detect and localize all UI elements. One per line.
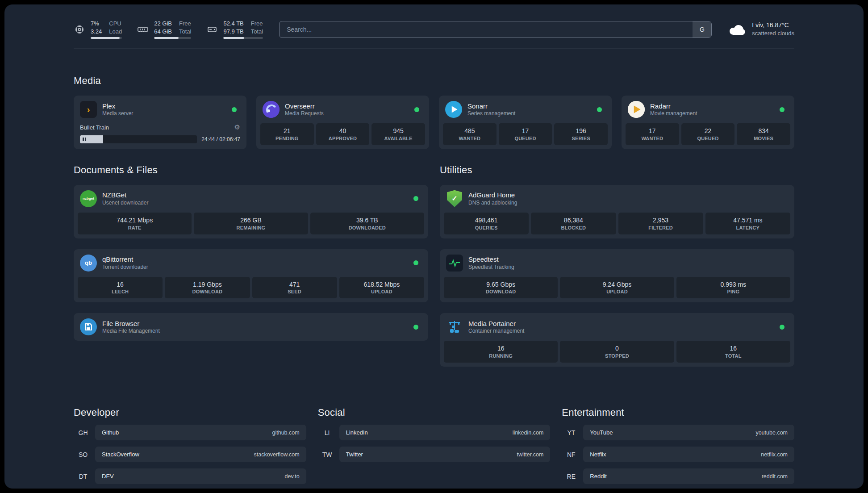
stat-tile: 266 GBREMAINING [194,213,308,234]
cpu-load-value: 3.24 [91,28,102,36]
bookmark-item: LI LinkedIn linkedin.com [318,425,551,440]
bookmark-item: RE Reddit reddit.com [562,468,794,484]
sonarr-icon [445,101,462,118]
service-subtitle: Media Requests [285,110,324,117]
service-name: AdGuard Home [468,191,517,200]
status-dot [413,260,418,265]
bookmark-link-youtube[interactable]: YouTube youtube.com [583,425,794,440]
playback-time: 24:44 / 02:06:47 [201,136,240,142]
stat-tile: 47.571 msLATENCY [705,213,790,234]
cpu-meter [91,37,122,39]
status-dot [413,196,418,201]
stat-tile: 196SERIES [554,123,608,145]
bookmark-item: TW Twitter twitter.com [318,447,551,462]
memory-widget: 22 GiB 64 GiB Free Total [137,20,191,39]
service-card-plex[interactable]: › Plex Media server Bullet Train ⚙ [74,96,246,149]
bookmark-link-linkedin[interactable]: LinkedIn linkedin.com [339,425,551,440]
status-dot [414,107,419,112]
bookmark-abbr: NF [562,451,580,458]
stat-tile: 39.6 TBDOWNLOADED [310,213,424,234]
disk-icon [206,24,218,35]
stat-tile: 618.52 MbpsUPLOAD [339,277,424,299]
service-name: File Browser [102,319,160,328]
service-card-speedtest[interactable]: Speedtest Speedtest Tracking 9.65 GbpsDO… [440,249,794,303]
service-card-radarr[interactable]: Radarr Movie management 17WANTED 22QUEUE… [622,96,794,149]
bookmark-abbr: RE [562,473,580,480]
bookmark-abbr: DT [74,473,92,480]
cpu-icon [74,24,85,35]
bookmark-link-twitter[interactable]: Twitter twitter.com [339,447,551,462]
bookmark-link-dev[interactable]: DEV dev.to [95,468,306,484]
bookmark-abbr: LI [318,429,337,436]
stat-tile: 16RUNNING [444,341,558,363]
service-card-overseerr[interactable]: Overseerr Media Requests 21PENDING 40APP… [256,96,429,149]
bookmark-group-social: Social LI LinkedIn linkedin.com TW Twitt… [318,407,551,484]
section-title-entertainment: Entertainment [562,407,794,418]
overseerr-icon [263,101,280,118]
service-name: NZBGet [102,191,148,200]
pause-icon[interactable] [83,138,86,141]
stat-tile: 21PENDING [260,123,314,145]
bookmark-link-reddit[interactable]: Reddit reddit.com [583,468,794,484]
memory-label-bottom: Total [179,28,191,36]
section-title-social: Social [318,407,551,418]
gear-icon[interactable]: ⚙ [234,123,240,131]
stat-tile: 17QUEUED [499,123,552,145]
stat-tile: 0STOPPED [560,341,674,363]
service-subtitle: Media server [102,110,133,117]
disk-total: 97.9 TB [223,28,243,36]
stat-tile: 834MOVIES [737,123,790,145]
weather-location: Lviv, 16.87°C [752,21,794,29]
stat-tile: 945AVAILABLE [371,123,425,145]
search-provider-button[interactable]: G [693,21,711,38]
service-card-adguard[interactable]: ✓ AdGuard Home DNS and adblocking 498,46… [440,185,794,238]
status-dot [597,107,602,112]
radarr-icon [628,101,645,118]
service-name: qBittorrent [102,255,148,264]
cloud-icon [728,23,747,36]
bookmark-link-stackoverflow[interactable]: StackOverflow stackoverflow.com [95,447,306,462]
service-card-filebrowser[interactable]: File Browser Media File Management [74,313,428,341]
service-name: Media Portainer [468,319,524,328]
cpu-percent: 7% [91,20,102,28]
service-card-qbittorrent[interactable]: qb qBittorrent Torrent downloader 16LEEC… [74,249,428,303]
topbar: 7% 3.24 CPU Load [74,20,794,39]
stat-tile: 9.24 GbpsUPLOAD [560,277,674,299]
now-playing-title: Bullet Train [80,124,109,131]
bookmarks: Developer GH Github github.com SO StackO… [74,407,794,484]
service-card-portainer[interactable]: Media Portainer Container management 16R… [440,313,794,367]
service-name: Speedtest [468,255,514,264]
stat-tile: 0.993 msPING [676,277,790,299]
section-title-utilities: Utilities [440,164,794,176]
portainer-icon [446,318,463,335]
memory-total: 64 GiB [154,28,172,36]
service-card-nzbget[interactable]: nzbget NZBGet Usenet downloader 744.21 M… [74,185,428,238]
service-subtitle: Series management [467,110,515,117]
disk-label-top: Free [251,20,263,28]
stat-tile: 9.65 GbpsDOWNLOAD [444,277,558,299]
search-bar: G [279,21,712,38]
bookmark-link-netflix[interactable]: Netflix netflix.com [583,447,794,462]
search-input[interactable] [280,21,693,38]
cpu-label-bottom: Load [109,28,122,36]
bookmark-link-github[interactable]: Github github.com [95,425,306,440]
section-title-documents: Documents & Files [74,164,428,176]
resource-widgets: 7% 3.24 CPU Load [74,20,263,39]
service-subtitle: Media File Management [102,328,160,335]
cpu-widget: 7% 3.24 CPU Load [74,20,122,39]
playback-progress-bar[interactable] [80,135,197,143]
stat-tile: 471SEED [252,277,337,299]
status-dot [232,107,237,112]
section-media: Media › Plex Media server Bullet Train ⚙ [74,75,794,149]
status-dot [780,325,785,330]
speedtest-icon [446,255,463,272]
stat-tile: 17WANTED [626,123,679,145]
qbittorrent-icon: qb [80,255,97,272]
disk-meter [223,37,263,39]
service-card-sonarr[interactable]: Sonarr Series management 485WANTED 17QUE… [439,96,612,149]
service-subtitle: Speedtest Tracking [468,264,514,271]
bookmark-abbr: TW [318,451,337,458]
service-name: Radarr [650,102,697,111]
stat-tile: 485WANTED [443,123,497,145]
plex-icon: › [80,101,97,118]
